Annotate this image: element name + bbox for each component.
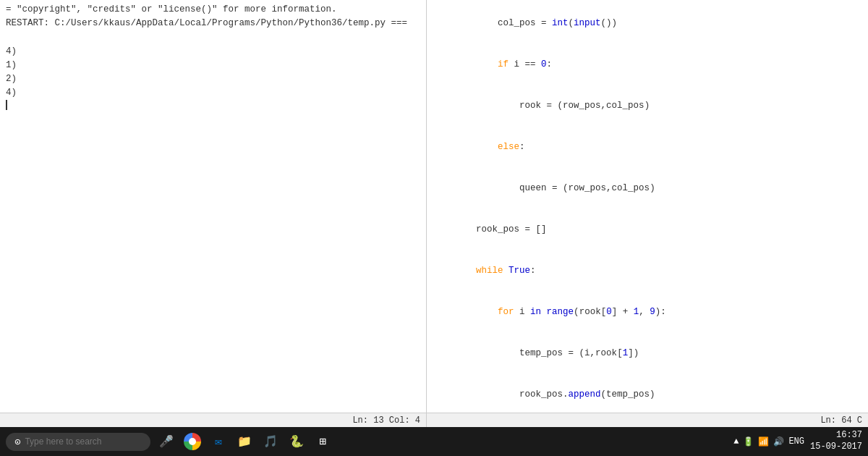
volume-icon[interactable]: 🔊 — [773, 436, 784, 447]
editor-area: = "copyright", "credits" or "license()" … — [0, 0, 868, 427]
search-input[interactable] — [25, 436, 126, 447]
system-tray: ▲ 🔋 📶 🔊 ENG 16:37 15-09-2017 — [733, 430, 862, 452]
chrome-icon[interactable] — [181, 430, 204, 453]
time-display: 16:37 — [810, 430, 862, 442]
code-line-6: rook_pos = [] — [433, 209, 862, 250]
left-pane: = "copyright", "credits" or "license()" … — [0, 0, 427, 427]
output-4: 4) — [6, 86, 420, 100]
code-line-7: while True: — [433, 250, 862, 292]
left-content: = "copyright", "credits" or "license()" … — [0, 0, 426, 413]
restart-line: RESTART: C:/Users/kkaus/AppData/Local/Pr… — [6, 17, 420, 30]
language-label: ENG — [788, 436, 804, 447]
cursor-line — [6, 100, 420, 110]
search-icon: ⊙ — [14, 436, 20, 448]
email-icon[interactable]: ✉ — [207, 430, 230, 453]
date-display: 15-09-2017 — [810, 442, 862, 453]
network-icon: 📶 — [758, 436, 769, 447]
code-line-8: for i in range(rook[0] + 1, 9): — [433, 292, 862, 333]
right-status-bar: Ln: 64 C — [427, 413, 868, 427]
right-pane: col_pos = int(input()) if i == 0: rook =… — [427, 0, 868, 427]
left-status-text: Ln: 13 Col: 4 — [352, 415, 420, 426]
clock: 16:37 15-09-2017 — [810, 430, 862, 452]
right-status-text: Ln: 64 C — [820, 415, 862, 426]
media-icon[interactable]: 🎵 — [259, 430, 282, 453]
code-line-1: col_pos = int(input()) — [433, 3, 862, 44]
output-3: 2) — [6, 72, 420, 86]
battery-icon: 🔋 — [743, 436, 754, 447]
text-cursor — [6, 100, 7, 110]
microphone-icon[interactable]: 🎤 — [155, 430, 178, 453]
python-icon[interactable]: 🐍 — [285, 430, 308, 453]
output-numbers: 4) 1) 2) 4) — [6, 45, 420, 100]
code-line-3: rook = (row_pos,col_pos) — [433, 85, 862, 127]
search-box[interactable]: ⊙ — [6, 433, 150, 451]
shell-copyright-text: = "copyright", "credits" or "license()" … — [6, 3, 420, 17]
taskbar-icons: 🎤 ✉ 📁 🎵 🐍 ⊞ — [155, 430, 729, 453]
windows-grid-icon[interactable]: ⊞ — [311, 430, 334, 453]
code-line-5: queen = (row_pos,col_pos) — [433, 168, 862, 209]
taskbar: ⊙ 🎤 ✉ 📁 🎵 🐍 ⊞ ▲ 🔋 📶 🔊 ENG 16:37 15- — [0, 427, 868, 456]
code-line-9: temp_pos = (i,rook[1]) — [433, 333, 862, 374]
output-1: 4) — [6, 45, 420, 59]
code-line-4: else: — [433, 127, 862, 168]
left-status-bar: Ln: 13 Col: 4 — [0, 413, 426, 427]
file-explorer-icon[interactable]: 📁 — [233, 430, 256, 453]
arrow-up-icon[interactable]: ▲ — [733, 436, 739, 447]
code-line-10: rook_pos.append(temp_pos) — [433, 374, 862, 413]
code-line-2: if i == 0: — [433, 44, 862, 85]
system-icons: ▲ 🔋 📶 🔊 ENG — [733, 436, 804, 447]
output-2: 1) — [6, 59, 420, 72]
code-editor[interactable]: col_pos = int(input()) if i == 0: rook =… — [427, 0, 868, 413]
